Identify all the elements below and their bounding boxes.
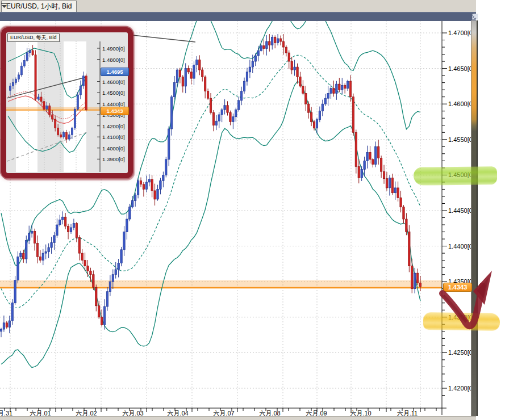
red-arrow-annotation <box>0 0 505 420</box>
chart-window: { "window": { "tab_title": "EUR/USD, 1小时… <box>0 0 505 420</box>
